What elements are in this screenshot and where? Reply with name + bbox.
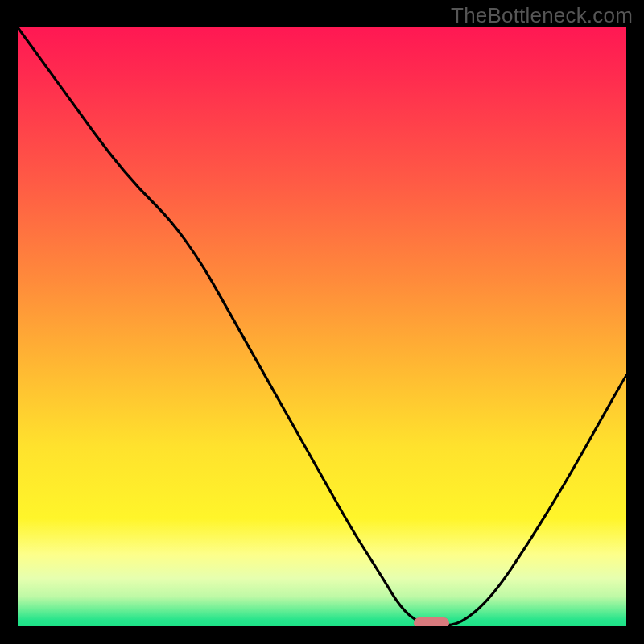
bottleneck-curve-path <box>18 27 626 625</box>
plot-area <box>18 27 626 626</box>
watermark-text: TheBottleneck.com <box>451 3 633 28</box>
optimal-marker <box>414 617 449 626</box>
chart-frame: TheBottleneck.com <box>0 0 644 644</box>
bottleneck-curve <box>18 27 626 626</box>
